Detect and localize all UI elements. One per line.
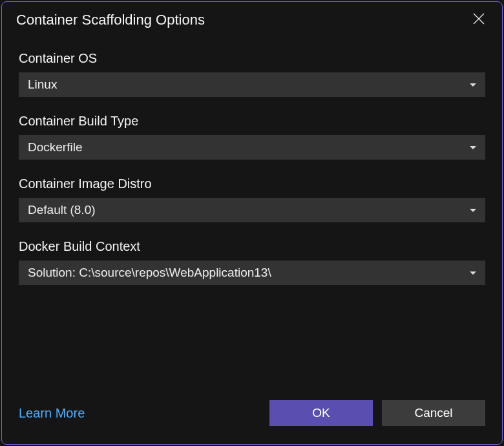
build-context-label: Docker Build Context [19,239,485,254]
build-context-select[interactable]: Solution: C:\source\repos\WebApplication… [19,260,485,285]
dialog-title: Container Scaffolding Options [16,12,205,28]
field-build-context: Docker Build Context Solution: C:\source… [19,239,485,285]
chevron-down-icon [470,146,476,149]
footer-buttons: OK Cancel [269,400,485,426]
close-icon [473,13,485,27]
field-image-distro: Container Image Distro Default (8.0) [19,176,485,222]
field-container-os: Container OS Linux [19,51,485,97]
build-type-select[interactable]: Dockerfile [19,135,485,160]
build-type-label: Container Build Type [19,114,485,129]
container-os-value: Linux [28,78,57,92]
container-os-select[interactable]: Linux [19,72,485,97]
chevron-down-icon [470,83,476,87]
build-type-value: Dockerfile [28,140,82,154]
build-context-value: Solution: C:\source\repos\WebApplication… [28,266,271,280]
container-os-label: Container OS [19,51,485,66]
learn-more-link[interactable]: Learn More [19,406,85,421]
ok-button[interactable]: OK [269,400,373,426]
chevron-down-icon [470,209,476,212]
titlebar: Container Scaffolding Options [2,2,502,38]
close-button[interactable] [470,11,488,29]
container-scaffolding-dialog: Container Scaffolding Options Container … [1,1,503,445]
image-distro-label: Container Image Distro [19,176,485,191]
image-distro-select[interactable]: Default (8.0) [19,198,485,222]
dialog-content: Container OS Linux Container Build Type … [2,38,502,400]
image-distro-value: Default (8.0) [28,203,96,217]
chevron-down-icon [470,271,476,275]
cancel-button[interactable]: Cancel [382,400,485,426]
field-build-type: Container Build Type Dockerfile [19,114,485,160]
dialog-footer: Learn More OK Cancel [2,400,502,444]
